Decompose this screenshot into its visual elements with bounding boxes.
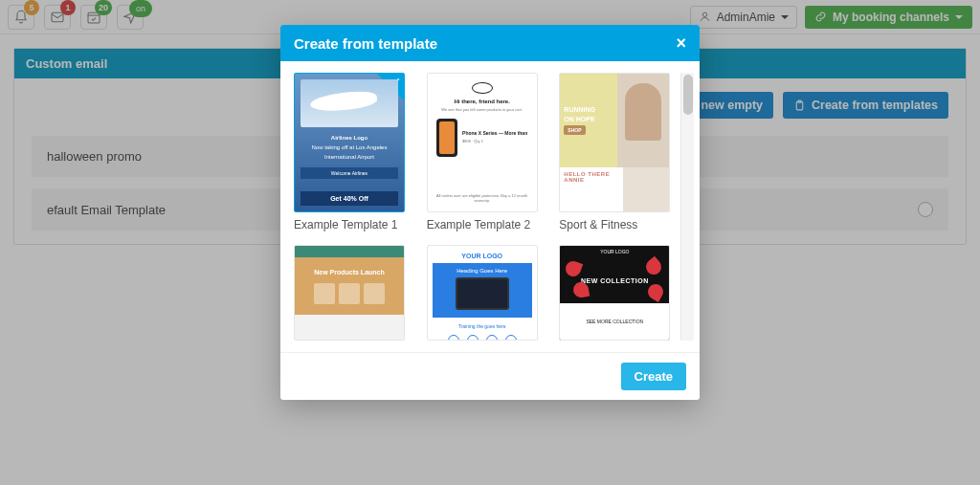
template-thumbnail: Hi there, friend here. We see that you l… [427, 73, 538, 212]
create-button[interactable]: Create [621, 363, 686, 390]
modal-title: Create from template [294, 35, 437, 52]
template-card[interactable]: Airlines Logo Now taking off at Los Ange… [294, 73, 410, 231]
template-label: Example Template 2 [427, 218, 543, 231]
template-thumbnail: YOUR LOGO NEW COLLECTION SEE MORE COLLEC… [559, 245, 670, 341]
scrollbar[interactable] [680, 73, 694, 341]
template-card[interactable]: New Products Launch [294, 245, 410, 341]
scroll-thumb[interactable] [683, 75, 693, 115]
modal-overlay: Create from template × Airlines Logo Now… [0, 0, 980, 485]
template-thumbnail: New Products Launch [294, 245, 405, 341]
template-thumbnail: RUNNING ON HOPE SHOP HELLO THERE ANNIE [559, 73, 670, 212]
close-icon[interactable]: × [676, 34, 686, 52]
template-label: Sport & Fitness [559, 218, 675, 231]
template-grid: Airlines Logo Now taking off at Los Ange… [294, 73, 680, 341]
template-card[interactable]: YOUR LOGO NEW COLLECTION SEE MORE COLLEC… [559, 245, 675, 341]
modal-header: Create from template × [280, 25, 700, 61]
template-thumbnail: YOUR LOGO Heading Goes Here Training the… [427, 245, 538, 341]
template-card[interactable]: Hi there, friend here. We see that you l… [427, 73, 543, 231]
template-card[interactable]: RUNNING ON HOPE SHOP HELLO THERE ANNIE S… [559, 73, 675, 231]
modal-footer: Create [280, 352, 700, 400]
create-from-template-modal: Create from template × Airlines Logo Now… [280, 25, 700, 400]
template-card[interactable]: YOUR LOGO Heading Goes Here Training the… [427, 245, 543, 341]
template-thumbnail: Airlines Logo Now taking off at Los Ange… [294, 73, 405, 212]
template-label: Example Template 1 [294, 218, 410, 231]
modal-body: Airlines Logo Now taking off at Los Ange… [280, 61, 700, 352]
